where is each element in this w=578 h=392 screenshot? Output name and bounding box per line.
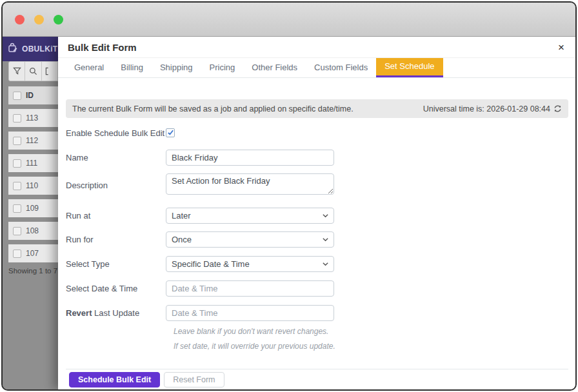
export-icon	[45, 67, 54, 75]
tab-billing[interactable]: Billing	[112, 58, 152, 77]
table-pagination-summary: Showing 1 to 7 of	[8, 267, 58, 275]
schedule-notice-bar: The current Bulk Form will be saved as a…	[66, 99, 568, 118]
products-table: ID 113 112 111 110	[8, 86, 58, 262]
row-checkbox[interactable]	[13, 227, 21, 235]
table-row[interactable]: 113	[8, 109, 58, 127]
zoom-window-button[interactable]	[54, 15, 63, 24]
tab-custom-fields[interactable]: Custom Fields	[306, 58, 376, 77]
select-type-label: Select Type	[66, 259, 166, 269]
tab-other-fields[interactable]: Other Fields	[243, 58, 306, 77]
table-row[interactable]: 112	[8, 132, 58, 150]
table-toolbar	[3, 61, 58, 81]
table-row[interactable]: 109	[8, 199, 58, 217]
export-button[interactable]	[41, 61, 58, 81]
refresh-icon[interactable]	[553, 104, 562, 113]
chevron-down-icon	[322, 236, 329, 243]
run-for-select[interactable]: Once	[166, 231, 334, 248]
chevron-down-icon	[322, 260, 329, 268]
close-icon[interactable]: ×	[558, 42, 564, 53]
app-header: OBULKiT	[3, 37, 58, 61]
name-input[interactable]	[166, 150, 334, 166]
app-window: OBULKiT	[1, 1, 577, 391]
background-page: OBULKiT	[3, 37, 58, 389]
select-datetime-input[interactable]	[166, 280, 334, 297]
row-checkbox[interactable]	[13, 114, 21, 122]
id-column-header: ID	[26, 91, 34, 100]
modal-tabs: General Billing Shipping Pricing Other F…	[58, 58, 575, 78]
row-checkbox[interactable]	[13, 250, 21, 258]
tab-shipping[interactable]: Shipping	[152, 58, 201, 77]
minimize-window-button[interactable]	[34, 15, 44, 24]
notice-message: The current Bulk Form will be saved as a…	[72, 104, 354, 113]
row-checkbox[interactable]	[13, 204, 21, 213]
revert-last-update-label: Revert Last Update	[66, 308, 166, 318]
tab-pricing[interactable]: Pricing	[201, 58, 244, 77]
tab-set-schedule[interactable]: Set Schedule	[376, 58, 443, 77]
filter-icon	[13, 67, 21, 75]
revert-help-text-2: If set date, it will override your previ…	[174, 342, 568, 351]
window-titlebar	[3, 3, 575, 37]
table-header-row: ID	[8, 86, 58, 104]
table-row[interactable]: 107	[8, 244, 58, 262]
row-checkbox[interactable]	[13, 182, 21, 190]
row-checkbox[interactable]	[13, 159, 21, 168]
brand-logo-icon	[8, 43, 19, 56]
name-label: Name	[66, 153, 166, 162]
select-datetime-label: Select Date & Time	[66, 284, 166, 293]
row-checkbox[interactable]	[13, 137, 21, 145]
filter-button[interactable]	[8, 61, 25, 81]
enable-schedule-label: Enable Schedule Bulk Edit	[66, 128, 166, 138]
select-all-checkbox[interactable]	[13, 92, 21, 100]
bulk-edit-form-modal: Bulk Edit Form × General Billing Shippin…	[58, 37, 575, 389]
select-type-select[interactable]: Specific Date & Time	[166, 256, 334, 272]
run-at-select[interactable]: Later	[166, 208, 334, 224]
modal-title: Bulk Edit Form	[68, 42, 137, 53]
modal-footer: Schedule Bulk Edit Reset Form	[66, 369, 568, 389]
run-at-label: Run at	[66, 211, 166, 220]
reset-form-button[interactable]: Reset Form	[164, 372, 224, 387]
run-for-label: Run for	[66, 235, 166, 244]
revert-help-text-1: Leave blank if you don't want revert cha…	[174, 327, 568, 336]
schedule-bulk-edit-button[interactable]: Schedule Bulk Edit	[69, 372, 160, 387]
check-icon	[167, 129, 174, 136]
description-label: Description	[66, 181, 166, 190]
set-schedule-panel: The current Bulk Form will be saved as a…	[58, 78, 575, 389]
universal-time-text: Universal time is: 2026-01-29 08:44	[423, 104, 550, 113]
close-window-button[interactable]	[15, 15, 25, 24]
search-button[interactable]	[25, 61, 41, 81]
chevron-down-icon	[322, 212, 329, 219]
table-row[interactable]: 108	[8, 222, 58, 240]
enable-schedule-checkbox[interactable]	[166, 128, 175, 137]
search-icon	[29, 67, 37, 75]
table-row[interactable]: 110	[8, 177, 58, 195]
description-textarea[interactable]	[166, 173, 334, 195]
table-row[interactable]: 111	[8, 154, 58, 172]
tab-general[interactable]: General	[66, 58, 112, 77]
modal-header: Bulk Edit Form ×	[58, 37, 575, 58]
brand-name: OBULKiT	[22, 44, 57, 54]
revert-datetime-input[interactable]	[166, 305, 334, 321]
